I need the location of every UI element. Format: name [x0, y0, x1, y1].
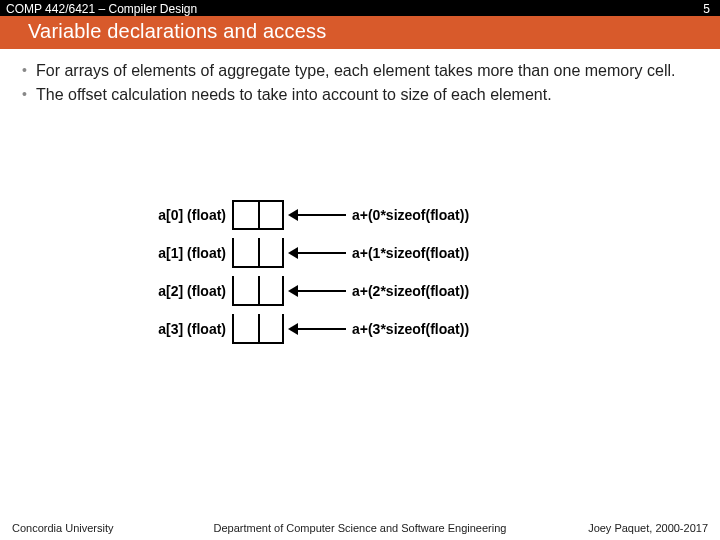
body-content: For arrays of elements of aggregate type… — [0, 49, 720, 105]
arrow-icon — [290, 252, 346, 254]
course-code: COMP 442/6421 – Compiler Design — [6, 2, 197, 16]
memory-cell — [232, 238, 258, 266]
bullet-item: For arrays of elements of aggregate type… — [22, 61, 698, 81]
memory-cells — [232, 314, 284, 344]
memory-cell — [232, 276, 258, 304]
bullet-item: The offset calculation needs to take int… — [22, 85, 698, 105]
slide-title-text: Variable declarations and access — [28, 20, 326, 42]
footer-left: Concordia University — [12, 522, 113, 534]
diagram-row: a[3] (float) a+(3*sizeof(float)) — [140, 310, 580, 348]
memory-cells — [232, 200, 284, 230]
arrow-icon — [290, 328, 346, 330]
memory-cell — [258, 202, 284, 228]
arrow-icon — [290, 214, 346, 216]
footer-mid: Department of Computer Science and Softw… — [214, 522, 507, 534]
memory-cell — [232, 314, 258, 342]
offset-label: a+(3*sizeof(float)) — [352, 321, 469, 337]
page-number: 5 — [703, 2, 710, 16]
memory-cell — [258, 314, 284, 342]
offset-label: a+(0*sizeof(float)) — [352, 207, 469, 223]
array-diagram: a[0] (float) a+(0*sizeof(float)) a[1] (f… — [140, 196, 580, 348]
cell-label-left: a[1] (float) — [140, 245, 232, 261]
top-bar: COMP 442/6421 – Compiler Design 5 — [0, 0, 720, 16]
memory-cells — [232, 238, 284, 268]
diagram-row: a[1] (float) a+(1*sizeof(float)) — [140, 234, 580, 272]
offset-label: a+(2*sizeof(float)) — [352, 283, 469, 299]
footer-right: Joey Paquet, 2000-2017 — [588, 522, 708, 534]
diagram-row: a[2] (float) a+(2*sizeof(float)) — [140, 272, 580, 310]
memory-cell — [258, 276, 284, 304]
diagram-row: a[0] (float) a+(0*sizeof(float)) — [140, 196, 580, 234]
arrow-icon — [290, 290, 346, 292]
memory-cell — [258, 238, 284, 266]
memory-cell — [232, 202, 258, 228]
offset-label: a+(1*sizeof(float)) — [352, 245, 469, 261]
footer: Concordia University Department of Compu… — [0, 522, 720, 534]
slide-title: Variable declarations and access — [0, 16, 720, 49]
cell-label-left: a[3] (float) — [140, 321, 232, 337]
cell-label-left: a[0] (float) — [140, 207, 232, 223]
cell-label-left: a[2] (float) — [140, 283, 232, 299]
memory-cells — [232, 276, 284, 306]
